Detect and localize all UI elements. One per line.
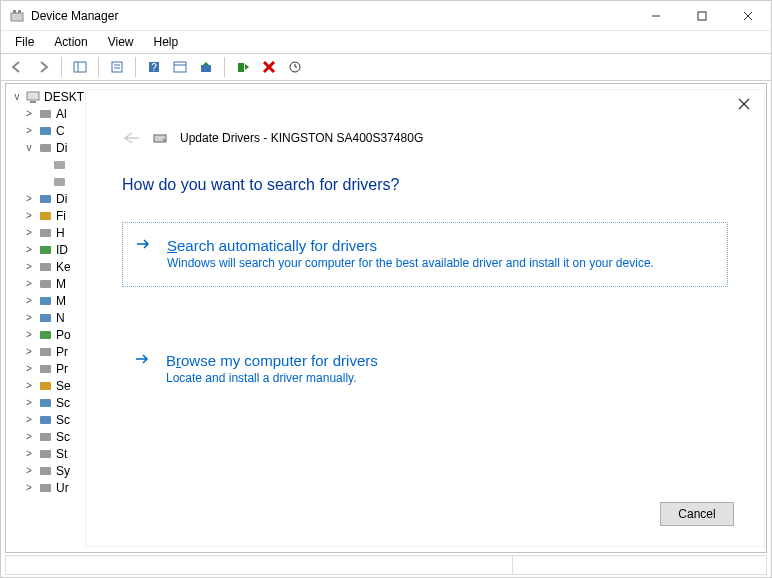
audio-icon [37,106,53,122]
tree-node-label: Pr [56,362,68,376]
tree-node[interactable]: >Al [12,105,84,122]
expand-icon[interactable]: > [24,210,34,221]
menu-action[interactable]: Action [44,33,97,51]
tree-node[interactable]: >Ke [12,258,84,275]
collapse-icon[interactable]: v [12,91,22,102]
scan-hardware-button[interactable] [283,55,307,79]
expand-icon[interactable]: > [24,414,34,425]
menu-help[interactable]: Help [144,33,189,51]
drive-icon [51,174,67,190]
menu-file[interactable]: File [5,33,44,51]
back-button[interactable] [5,55,29,79]
expand-icon[interactable]: > [24,295,34,306]
security-icon [37,378,53,394]
show-hide-tree-button[interactable] [68,55,92,79]
tree-node[interactable]: >Sy [12,462,84,479]
arrow-right-icon [135,237,151,251]
tree-node[interactable] [12,156,84,173]
update-driver-dialog: Update Drivers - KINGSTON SA400S37480G H… [85,89,765,547]
firmware-icon [37,208,53,224]
tree-node[interactable]: >Di [12,190,84,207]
tree-node-label: Di [56,141,67,155]
expand-icon[interactable]: > [24,278,34,289]
svg-rect-38 [40,365,51,373]
tree-node[interactable]: >Se [12,377,84,394]
window-title: Device Manager [31,9,118,23]
tree-node-label: St [56,447,67,461]
tree-node-label: Po [56,328,71,342]
ide-icon [37,242,53,258]
tree-node[interactable]: >Ur [12,479,84,496]
tree-node[interactable]: >C [12,122,84,139]
tree-node[interactable] [12,173,84,190]
update-driver-button[interactable] [194,55,218,79]
expand-icon[interactable]: > [24,465,34,476]
sound-icon [37,429,53,445]
printq-icon [37,344,53,360]
softdev-icon [37,412,53,428]
expand-icon[interactable]: > [24,380,34,391]
tree-node[interactable]: >M [12,275,84,292]
tree-node[interactable]: vDi [12,139,84,156]
expand-icon[interactable]: > [24,244,34,255]
expand-icon[interactable]: > [24,108,34,119]
tree-node[interactable]: >Fi [12,207,84,224]
expand-icon[interactable]: > [24,431,34,442]
expand-icon[interactable]: > [24,346,34,357]
tree-node-label: M [56,277,66,291]
tree-node[interactable]: >ID [12,241,84,258]
expand-icon[interactable]: > [24,329,34,340]
tree-node[interactable]: >Pr [12,360,84,377]
option-browse-computer[interactable]: Browse my computer for drivers Locate an… [122,338,728,401]
menu-view[interactable]: View [98,33,144,51]
tree-node-label: H [56,226,65,240]
dialog-close-button[interactable] [738,98,750,110]
toolbar-icon-5[interactable] [168,55,192,79]
minimize-button[interactable] [633,1,679,31]
expand-icon[interactable]: > [24,261,34,272]
svg-rect-32 [40,263,51,271]
tree-node[interactable]: >M [12,292,84,309]
option-search-automatically[interactable]: Search automatically for drivers Windows… [122,222,728,287]
svg-rect-40 [40,399,51,407]
svg-rect-43 [40,450,51,458]
tree-node[interactable]: >H [12,224,84,241]
expand-icon[interactable]: > [24,397,34,408]
tree-node[interactable]: >Pr [12,343,84,360]
tree-node[interactable]: >Sc [12,411,84,428]
maximize-button[interactable] [679,1,725,31]
expand-icon[interactable]: v [24,142,34,153]
expand-icon[interactable]: > [24,312,34,323]
tree-node-label: Se [56,379,71,393]
uninstall-device-button[interactable] [257,55,281,79]
tree-node[interactable]: >St [12,445,84,462]
tree-node[interactable]: >Sc [12,428,84,445]
enable-device-button[interactable] [231,55,255,79]
dialog-heading: How do you want to search for drivers? [122,176,399,194]
tree-node[interactable]: >Sc [12,394,84,411]
tree-root[interactable]: v DESKT [12,88,84,105]
svg-point-49 [163,139,165,141]
tree-node-label: N [56,311,65,325]
expand-icon[interactable]: > [24,193,34,204]
device-tree[interactable]: v DESKT >Al>CvDi>Di>Fi>H>ID>Ke>M>M>N>Po>… [12,88,84,548]
forward-button[interactable] [31,55,55,79]
expand-icon[interactable]: > [24,448,34,459]
tree-node[interactable]: >N [12,309,84,326]
help-button[interactable]: ? [142,55,166,79]
expand-icon[interactable]: > [24,227,34,238]
tree-node-label: Ur [56,481,69,495]
tree-node[interactable]: >Po [12,326,84,343]
expand-icon[interactable]: > [24,482,34,493]
menubar: File Action View Help [1,31,771,53]
port-icon [37,327,53,343]
expand-icon[interactable]: > [24,125,34,136]
tree-node-label: Sc [56,413,70,427]
storage-icon [37,446,53,462]
svg-rect-39 [40,382,51,390]
svg-rect-16 [201,65,211,72]
close-button[interactable] [725,1,771,31]
cancel-button[interactable]: Cancel [660,502,734,526]
properties-button[interactable] [105,55,129,79]
expand-icon[interactable]: > [24,363,34,374]
